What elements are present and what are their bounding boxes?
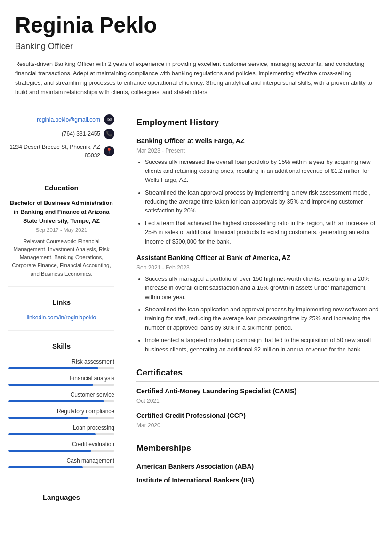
- job-entry: Banking Officer at Wells Fargo, AZ Mar 2…: [136, 136, 379, 246]
- skill-label: Regulatory compliance: [8, 407, 114, 416]
- candidate-title: Banking Officer: [15, 40, 377, 53]
- job-bullet: Led a team that achieved the highest cro…: [145, 219, 379, 246]
- education-coursework: Relevant Coursework: Financial Managemen…: [8, 237, 114, 278]
- skills-list: Risk assessment Financial analysis Custo…: [8, 358, 114, 468]
- linkedin-link[interactable]: linkedin.com/in/reginiapeklo: [8, 313, 114, 322]
- member-name: Institute of International Bankers (IIB): [136, 475, 379, 485]
- skill-bar-fill: [8, 466, 83, 468]
- job-entry: Assistant Banking Officer at Bank of Ame…: [136, 253, 379, 354]
- education-heading: Education: [8, 183, 114, 194]
- skill-label: Financial analysis: [8, 374, 114, 383]
- links-heading: Links: [8, 297, 114, 308]
- skill-bar-fill: [8, 384, 93, 386]
- employment-title: Employment History: [136, 116, 379, 131]
- skill-bar-fill: [8, 400, 104, 402]
- job-bullet: Streamlined the loan approval process by…: [145, 188, 379, 216]
- skill-bar-fill: [8, 450, 91, 452]
- skill-bar-bg: [8, 384, 114, 386]
- header: Reginia Peklo Banking Officer Results-dr…: [0, 0, 392, 106]
- memberships-list: American Bankers Association (ABA)Instit…: [136, 462, 379, 485]
- languages-section: Languages: [8, 492, 114, 512]
- phone-row: (764) 331-2455 📞: [8, 129, 114, 139]
- location-icon: 📍: [104, 146, 114, 156]
- skill-label: Customer service: [8, 391, 114, 399]
- sidebar: reginia.peklo@gmail.com ✉ (764) 331-2455…: [0, 106, 123, 531]
- main-content: Employment History Banking Officer at We…: [123, 106, 392, 531]
- employment-section: Employment History Banking Officer at We…: [136, 116, 379, 354]
- skill-label: Credit evaluation: [8, 440, 114, 449]
- skill-row: Financial analysis: [8, 374, 114, 386]
- skill-bar-bg: [8, 367, 114, 369]
- certificates-section: Certificates Certified Anti-Money Launde…: [136, 367, 379, 430]
- skill-bar-bg: [8, 433, 114, 435]
- cert-date: Oct 2021: [136, 397, 379, 405]
- membership-entry: American Bankers Association (ABA): [136, 462, 379, 472]
- certificates-title: Certificates: [136, 367, 379, 382]
- skill-bar-bg: [8, 466, 114, 468]
- membership-entry: Institute of International Bankers (IIB): [136, 475, 379, 485]
- job-bullet: Successfully managed a portfolio of over…: [145, 275, 379, 302]
- skills-section: Skills Risk assessment Financial analysi…: [8, 341, 114, 482]
- memberships-section: Memberships American Bankers Association…: [136, 442, 379, 485]
- skill-row: Cash management: [8, 457, 114, 468]
- skill-bar-fill: [8, 433, 96, 435]
- address-text: 1234 Desert Breeze St, Phoenix, AZ 85032: [8, 143, 100, 160]
- education-dates: Sep 2017 - May 2021: [8, 226, 114, 234]
- education-section: Education Bachelor of Business Administr…: [8, 183, 114, 287]
- email-link[interactable]: reginia.peklo@gmail.com: [37, 115, 100, 124]
- job-bullet: Implemented a targeted marketing campaig…: [145, 336, 379, 354]
- skill-row: Credit evaluation: [8, 440, 114, 452]
- skill-row: Loan processing: [8, 424, 114, 435]
- skill-bar-bg: [8, 450, 114, 452]
- skill-bar-bg: [8, 417, 114, 419]
- cert-entry: Certified Anti-Money Laundering Speciali…: [136, 386, 379, 405]
- skill-row: Risk assessment: [8, 358, 114, 369]
- candidate-name: Reginia Peklo: [15, 13, 377, 37]
- skill-label: Risk assessment: [8, 358, 114, 366]
- member-name: American Bankers Association (ABA): [136, 462, 379, 472]
- address-row: 1234 Desert Breeze St, Phoenix, AZ 85032…: [8, 143, 114, 160]
- job-title: Assistant Banking Officer at Bank of Ame…: [136, 253, 379, 263]
- job-bullets: Successfully managed a portfolio of over…: [136, 275, 379, 354]
- job-title: Banking Officer at Wells Fargo, AZ: [136, 136, 379, 146]
- cert-date: Mar 2020: [136, 421, 379, 430]
- job-bullets: Successfully increased the overall loan …: [136, 158, 379, 246]
- cert-name: Certified Anti-Money Laundering Speciali…: [136, 386, 379, 396]
- skill-label: Loan processing: [8, 424, 114, 432]
- phone-icon: 📞: [104, 129, 114, 139]
- email-icon: ✉: [104, 114, 114, 125]
- skills-heading: Skills: [8, 341, 114, 352]
- cert-entry: Certified Credit Professional (CCP) Mar …: [136, 411, 379, 430]
- job-bullet: Streamlined the loan application and app…: [145, 305, 379, 333]
- links-section: Links linkedin.com/in/reginiapeklo: [8, 297, 114, 331]
- memberships-title: Memberships: [136, 442, 379, 457]
- phone-text: (764) 331-2455: [62, 130, 100, 138]
- skill-bar-fill: [8, 417, 88, 419]
- main-layout: reginia.peklo@gmail.com ✉ (764) 331-2455…: [0, 106, 392, 531]
- email-row: reginia.peklo@gmail.com ✉: [8, 114, 114, 125]
- skill-row: Customer service: [8, 391, 114, 402]
- job-dates: Sep 2021 - Feb 2023: [136, 263, 379, 272]
- cert-name: Certified Credit Professional (CCP): [136, 411, 379, 421]
- education-degree: Bachelor of Business Administration in B…: [8, 199, 114, 225]
- candidate-summary: Results-driven Banking Officer with 2 ye…: [15, 59, 377, 97]
- job-dates: Mar 2023 - Present: [136, 147, 379, 155]
- contact-section: reginia.peklo@gmail.com ✉ (764) 331-2455…: [8, 114, 114, 172]
- job-bullet: Successfully increased the overall loan …: [145, 158, 379, 185]
- languages-heading: Languages: [8, 492, 114, 503]
- certs-list: Certified Anti-Money Laundering Speciali…: [136, 386, 379, 430]
- skill-row: Regulatory compliance: [8, 407, 114, 419]
- skill-bar-bg: [8, 400, 114, 402]
- jobs-list: Banking Officer at Wells Fargo, AZ Mar 2…: [136, 136, 379, 354]
- skill-bar-fill: [8, 367, 98, 369]
- skill-label: Cash management: [8, 457, 114, 465]
